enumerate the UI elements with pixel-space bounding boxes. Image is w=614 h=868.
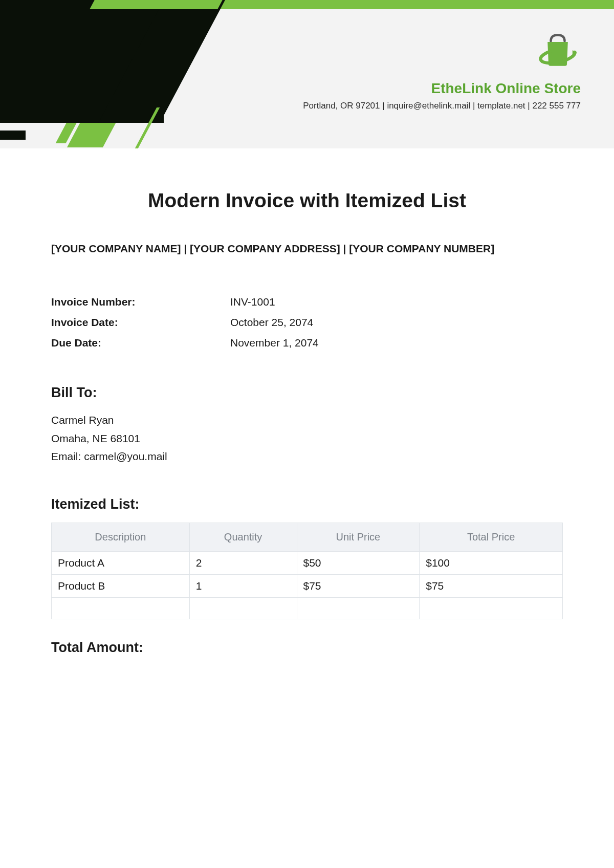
bill-to-address: Omaha, NE 68101 xyxy=(51,429,563,448)
bill-to-name: Carmel Ryan xyxy=(51,411,563,429)
col-description: Description xyxy=(52,523,190,552)
cell-empty xyxy=(420,598,563,619)
col-quantity: Quantity xyxy=(189,523,297,552)
meta-label: Invoice Date: xyxy=(51,316,230,329)
decor-diagonal-stripe xyxy=(90,0,223,9)
cell-unit-price: $50 xyxy=(297,552,420,575)
meta-value: November 1, 2074 xyxy=(230,337,319,349)
itemized-heading: Itemized List: xyxy=(51,496,563,512)
table-row: Product A 2 $50 $100 xyxy=(52,552,563,575)
cell-empty xyxy=(52,598,190,619)
cell-description: Product B xyxy=(52,575,190,598)
cell-empty xyxy=(189,598,297,619)
meta-value: October 25, 2074 xyxy=(230,316,313,329)
cell-quantity: 1 xyxy=(189,575,297,598)
company-name: EtheLink Online Store xyxy=(303,80,581,97)
invoice-meta: Invoice Number: INV-1001 Invoice Date: O… xyxy=(51,296,563,349)
total-amount-heading: Total Amount: xyxy=(51,640,563,656)
meta-row-invoice-date: Invoice Date: October 25, 2074 xyxy=(51,316,563,329)
meta-label: Invoice Number: xyxy=(51,296,230,308)
table-row: Product B 1 $75 $75 xyxy=(52,575,563,598)
cell-empty xyxy=(297,598,420,619)
meta-row-due-date: Due Date: November 1, 2074 xyxy=(51,337,563,349)
meta-label: Due Date: xyxy=(51,337,230,349)
decor-black-wedge xyxy=(0,0,164,123)
cell-total-price: $75 xyxy=(420,575,563,598)
table-header-row: Description Quantity Unit Price Total Pr… xyxy=(52,523,563,552)
invoice-content: Modern Invoice with Itemized List [YOUR … xyxy=(0,148,614,656)
meta-row-invoice-number: Invoice Number: INV-1001 xyxy=(51,296,563,308)
col-unit-price: Unit Price xyxy=(297,523,420,552)
cell-quantity: 2 xyxy=(189,552,297,575)
items-table: Description Quantity Unit Price Total Pr… xyxy=(51,523,563,619)
meta-value: INV-1001 xyxy=(230,296,275,308)
table-row-empty xyxy=(52,598,563,619)
company-info: Portland, OR 97201 | inquire@ethelink.ma… xyxy=(303,101,581,111)
shopping-bag-icon xyxy=(535,28,581,76)
cell-unit-price: $75 xyxy=(297,575,420,598)
cell-description: Product A xyxy=(52,552,190,575)
page-title: Modern Invoice with Itemized List xyxy=(51,189,563,212)
bill-to-email: Email: carmel@you.mail xyxy=(51,447,563,466)
bill-to-details: Carmel Ryan Omaha, NE 68101 Email: carme… xyxy=(51,411,563,466)
cell-total-price: $100 xyxy=(420,552,563,575)
company-placeholders: [YOUR COMPANY NAME] | [YOUR COMPANY ADDR… xyxy=(51,243,563,255)
company-block: EtheLink Online Store Portland, OR 97201… xyxy=(303,28,581,111)
col-total-price: Total Price xyxy=(420,523,563,552)
decor-black-stripe xyxy=(0,131,26,140)
bill-to-heading: Bill To: xyxy=(51,385,563,401)
header-banner: EtheLink Online Store Portland, OR 97201… xyxy=(0,0,614,148)
